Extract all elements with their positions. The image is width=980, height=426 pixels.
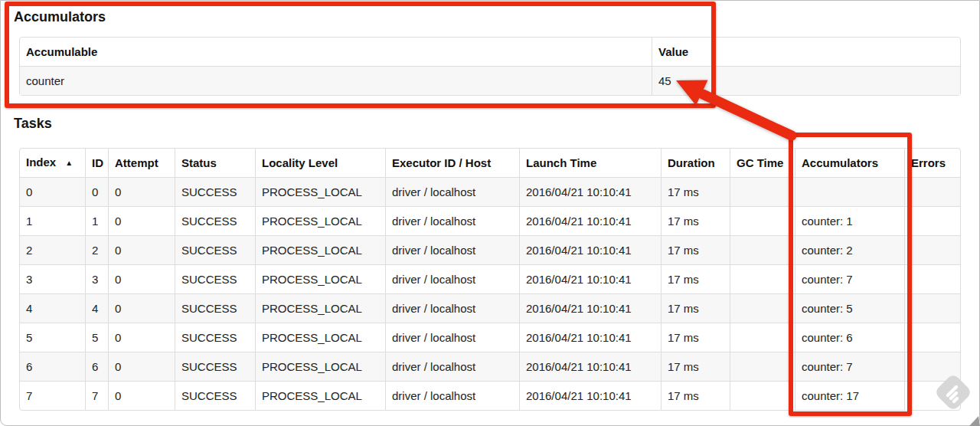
- column-label: ID: [92, 156, 103, 169]
- column-label: Launch Time: [526, 156, 596, 169]
- cell-index: 6: [20, 352, 85, 381]
- column-header-launch-time[interactable]: Launch Time: [519, 149, 661, 177]
- cell-locality-level: PROCESS_LOCAL: [255, 264, 385, 293]
- cell-executor-id-host: driver / localhost: [385, 206, 519, 235]
- column-header-value: Value: [652, 38, 960, 66]
- cell-status: SUCCESS: [175, 235, 255, 264]
- cell-gc-time: [730, 352, 795, 381]
- cell-value: 45: [652, 66, 960, 95]
- task-row: 110SUCCESSPROCESS_LOCALdriver / localhos…: [20, 206, 960, 235]
- cell-executor-id-host: driver / localhost: [385, 177, 519, 206]
- cell-duration: 17 ms: [661, 264, 730, 293]
- cell-executor-id-host: driver / localhost: [385, 323, 519, 352]
- column-label: Duration: [668, 156, 715, 169]
- accumulators-header-row: Accumulable Value: [20, 38, 960, 66]
- cell-launch-time: 2016/04/21 10:10:41: [519, 177, 661, 206]
- cell-status: SUCCESS: [175, 381, 255, 410]
- cell-index: 7: [20, 381, 85, 410]
- task-row: 330SUCCESSPROCESS_LOCALdriver / localhos…: [20, 264, 960, 293]
- cell-executor-id-host: driver / localhost: [385, 352, 519, 381]
- task-row: 000SUCCESSPROCESS_LOCALdriver / localhos…: [20, 177, 960, 206]
- cell-executor-id-host: driver / localhost: [385, 235, 519, 264]
- cell-status: SUCCESS: [175, 323, 255, 352]
- cell-id: 7: [85, 381, 108, 410]
- cell-launch-time: 2016/04/21 10:10:41: [519, 206, 661, 235]
- cell-attempt: 0: [108, 293, 175, 323]
- cell-launch-time: 2016/04/21 10:10:41: [519, 293, 661, 323]
- tasks-header-row: Index▲IDAttemptStatusLocality LevelExecu…: [20, 149, 960, 177]
- column-header-accumulable: Accumulable: [20, 38, 652, 66]
- column-label: Executor ID / Host: [392, 156, 491, 169]
- column-header-duration[interactable]: Duration: [661, 149, 730, 177]
- cell-gc-time: [730, 381, 795, 410]
- cell-errors: [904, 177, 960, 206]
- cell-locality-level: PROCESS_LOCAL: [255, 293, 385, 323]
- task-row: 220SUCCESSPROCESS_LOCALdriver / localhos…: [20, 235, 960, 264]
- cell-attempt: 0: [108, 235, 175, 264]
- cell-locality-level: PROCESS_LOCAL: [255, 206, 385, 235]
- cell-attempt: 0: [108, 352, 175, 381]
- column-header-status[interactable]: Status: [175, 149, 255, 177]
- cell-duration: 17 ms: [661, 381, 730, 410]
- cell-duration: 17 ms: [661, 177, 730, 206]
- cell-executor-id-host: driver / localhost: [385, 293, 519, 323]
- cell-duration: 17 ms: [661, 293, 730, 323]
- column-header-gc-time[interactable]: GC Time: [730, 149, 795, 177]
- cell-accumulators: counter: 17: [795, 381, 904, 410]
- cell-accumulable: counter: [20, 66, 652, 95]
- cell-accumulators: counter: 7: [795, 352, 904, 381]
- column-header-executor-id-host[interactable]: Executor ID / Host: [385, 149, 519, 177]
- cell-id: 3: [85, 264, 108, 293]
- cell-locality-level: PROCESS_LOCAL: [255, 352, 385, 381]
- cell-index: 1: [20, 206, 85, 235]
- cell-locality-level: PROCESS_LOCAL: [255, 323, 385, 352]
- cell-status: SUCCESS: [175, 206, 255, 235]
- cell-id: 1: [85, 206, 108, 235]
- cell-duration: 17 ms: [661, 235, 730, 264]
- column-header-accumulators[interactable]: Accumulators: [795, 149, 904, 177]
- column-label: Errors: [911, 156, 946, 169]
- cell-launch-time: 2016/04/21 10:10:41: [519, 235, 661, 264]
- cell-status: SUCCESS: [175, 177, 255, 206]
- cell-attempt: 0: [108, 323, 175, 352]
- cell-gc-time: [730, 264, 795, 293]
- column-header-attempt[interactable]: Attempt: [108, 149, 175, 177]
- accumulators-section-title: Accumulators: [14, 9, 106, 25]
- cell-status: SUCCESS: [175, 293, 255, 323]
- cell-accumulators: counter: 2: [795, 235, 904, 264]
- tasks-table: Index▲IDAttemptStatusLocality LevelExecu…: [19, 148, 961, 411]
- cell-accumulators: [795, 177, 904, 206]
- column-header-index[interactable]: Index▲: [20, 149, 85, 177]
- cell-id: 0: [85, 177, 108, 206]
- cell-id: 4: [85, 293, 108, 323]
- cell-launch-time: 2016/04/21 10:10:41: [519, 352, 661, 381]
- cell-errors: [904, 206, 960, 235]
- column-header-locality-level[interactable]: Locality Level: [255, 149, 385, 177]
- cell-index: 3: [20, 264, 85, 293]
- task-row: 440SUCCESSPROCESS_LOCALdriver / localhos…: [20, 293, 960, 323]
- cell-launch-time: 2016/04/21 10:10:41: [519, 323, 661, 352]
- column-label: Locality Level: [262, 156, 338, 169]
- column-label: Index: [26, 156, 56, 169]
- column-header-id[interactable]: ID: [85, 149, 108, 177]
- column-label: GC Time: [737, 156, 783, 169]
- cell-duration: 17 ms: [661, 352, 730, 381]
- cell-gc-time: [730, 206, 795, 235]
- cell-gc-time: [730, 293, 795, 323]
- cell-launch-time: 2016/04/21 10:10:41: [519, 264, 661, 293]
- cell-attempt: 0: [108, 177, 175, 206]
- task-row: 550SUCCESSPROCESS_LOCALdriver / localhos…: [20, 323, 960, 352]
- cell-errors: [904, 381, 960, 410]
- cell-errors: [904, 293, 960, 323]
- cell-status: SUCCESS: [175, 264, 255, 293]
- column-header-errors[interactable]: Errors: [904, 149, 960, 177]
- tasks-section-title: Tasks: [14, 116, 52, 132]
- cell-id: 6: [85, 352, 108, 381]
- cell-id: 5: [85, 323, 108, 352]
- cell-executor-id-host: driver / localhost: [385, 264, 519, 293]
- cell-gc-time: [730, 177, 795, 206]
- column-label: Status: [181, 156, 217, 169]
- cell-accumulators: counter: 7: [795, 264, 904, 293]
- cell-errors: [904, 323, 960, 352]
- accumulators-table: Accumulable Value counter 45: [19, 37, 961, 96]
